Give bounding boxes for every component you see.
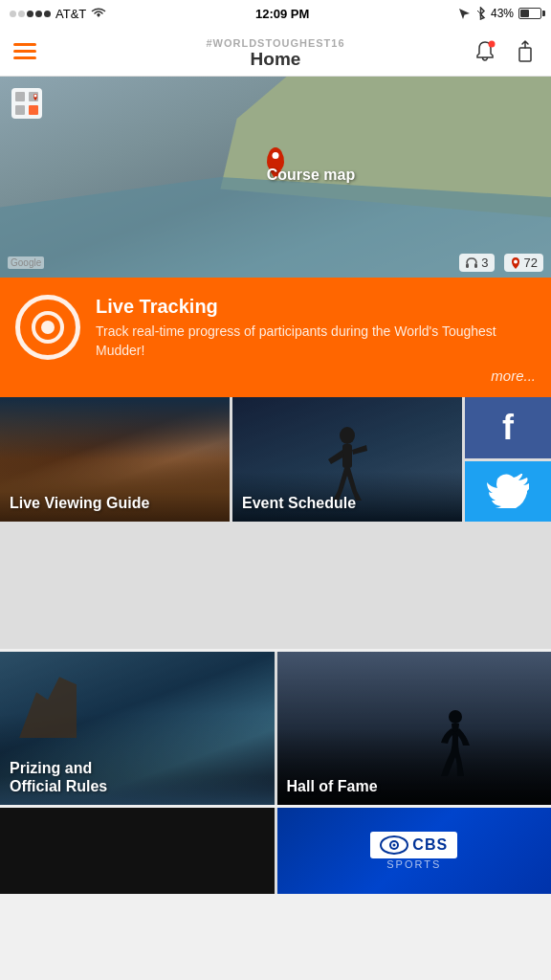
hall-of-fame-item[interactable]: Hall of Fame <box>277 652 552 805</box>
wifi-icon <box>91 8 106 19</box>
dot-1 <box>10 11 16 17</box>
svg-rect-8 <box>466 263 469 268</box>
bell-icon[interactable] <box>473 39 497 64</box>
carrier-label: AT&T <box>55 7 86 21</box>
twitter-icon <box>487 474 529 508</box>
hamburger-line-3 <box>13 56 36 59</box>
tracking-icon-dot <box>41 321 55 334</box>
map-marker-icon <box>10 86 44 121</box>
map-stat-pins: 72 <box>504 254 543 272</box>
cbs-sports-item[interactable]: CBS SPORTS <box>277 808 552 894</box>
svg-point-17 <box>393 844 396 847</box>
dot-4 <box>35 11 42 17</box>
svg-rect-5 <box>15 105 25 115</box>
google-label: Google <box>8 256 44 269</box>
cbs-sports-label: SPORTS <box>386 858 441 870</box>
headphones-icon <box>465 256 478 270</box>
last-row: CBS SPORTS <box>0 808 551 894</box>
live-viewing-guide-item[interactable]: Live Viewing Guide <box>0 397 230 522</box>
svg-rect-9 <box>474 263 477 268</box>
svg-point-0 <box>489 40 496 47</box>
grid-section: Live Viewing Guide Event Schedule <box>0 397 551 649</box>
pin-dot <box>273 152 279 159</box>
svg-rect-6 <box>29 105 38 115</box>
nav-hashtag-text: #WORLDSTOUGHEST16 <box>206 37 344 49</box>
battery-label: 43% <box>491 7 514 20</box>
nav-title: Home <box>206 49 344 70</box>
dot-2 <box>18 11 25 17</box>
live-tracking-more[interactable]: more... <box>15 368 536 384</box>
status-left: AT&T <box>10 7 106 21</box>
live-viewing-overlay: Live Viewing Guide <box>0 397 230 522</box>
share-icon[interactable] <box>513 39 538 64</box>
facebook-icon: f <box>502 408 514 448</box>
map-stat-headphones: 3 <box>459 254 494 272</box>
live-viewing-label: Live Viewing Guide <box>10 494 149 512</box>
map-background: Course map <box>0 77 551 278</box>
map-section[interactable]: Course map Google 3 <box>0 77 551 278</box>
location-arrow-icon <box>458 8 471 20</box>
live-tracking-banner[interactable]: Live Tracking Track real-time progress o… <box>0 278 551 397</box>
live-tracking-title: Live Tracking <box>96 295 536 318</box>
status-right: 43% <box>458 7 541 20</box>
last-item-black[interactable] <box>0 808 275 894</box>
nav-bar: #WORLDSTOUGHEST16 Home <box>0 27 551 77</box>
live-tracking-content: Live Tracking Track real-time progress o… <box>15 295 536 360</box>
hall-of-fame-label: Hall of Fame <box>287 777 378 795</box>
hamburger-line-1 <box>13 43 36 46</box>
hamburger-menu-icon[interactable] <box>13 43 36 59</box>
event-schedule-item[interactable]: Event Schedule <box>232 397 462 522</box>
cbs-eye-logo <box>380 835 408 855</box>
map-footer: Google 3 72 <box>0 254 551 272</box>
prizing-label: Prizing and Official Rules <box>10 759 107 795</box>
map-label: Course map <box>267 167 355 184</box>
pin-count: 72 <box>524 256 538 270</box>
status-time: 12:09 PM <box>255 7 309 21</box>
bluetooth-icon <box>475 7 486 20</box>
cbs-text: CBS <box>412 836 448 854</box>
nav-right-icons <box>473 39 538 64</box>
location-pin-icon <box>510 256 521 270</box>
signal-dots <box>10 11 51 17</box>
hamburger-line-2 <box>13 50 36 53</box>
prizing-overlay: Prizing and Official Rules <box>0 652 275 805</box>
map-stats: 3 72 <box>459 254 543 272</box>
social-grid: f <box>465 397 551 522</box>
battery-icon <box>518 8 541 19</box>
twitter-button[interactable] <box>465 461 551 523</box>
svg-rect-1 <box>519 48 531 61</box>
status-bar: AT&T 12:09 PM 43% <box>0 0 551 27</box>
headphone-count: 3 <box>481 256 488 270</box>
bottom-grid: Prizing and Official Rules Hall of Fame <box>0 652 551 805</box>
tracking-icon-inner <box>32 311 64 344</box>
event-schedule-overlay: Event Schedule <box>232 397 462 522</box>
svg-point-10 <box>514 259 518 263</box>
hall-of-fame-overlay: Hall of Fame <box>277 652 552 805</box>
dot-3 <box>27 11 33 17</box>
event-schedule-label: Event Schedule <box>242 494 356 512</box>
nav-hashtag-container: #WORLDSTOUGHEST16 Home <box>206 33 344 70</box>
live-tracking-text: Live Tracking Track real-time progress o… <box>96 295 536 360</box>
live-tracking-description: Track real-time progress of participants… <box>96 323 536 360</box>
dot-5 <box>44 11 51 17</box>
tracking-target-icon <box>15 295 80 360</box>
facebook-button[interactable]: f <box>465 397 551 458</box>
svg-point-7 <box>34 95 37 98</box>
svg-rect-3 <box>15 92 25 101</box>
prizing-item[interactable]: Prizing and Official Rules <box>0 652 275 805</box>
battery-fill <box>520 10 529 17</box>
